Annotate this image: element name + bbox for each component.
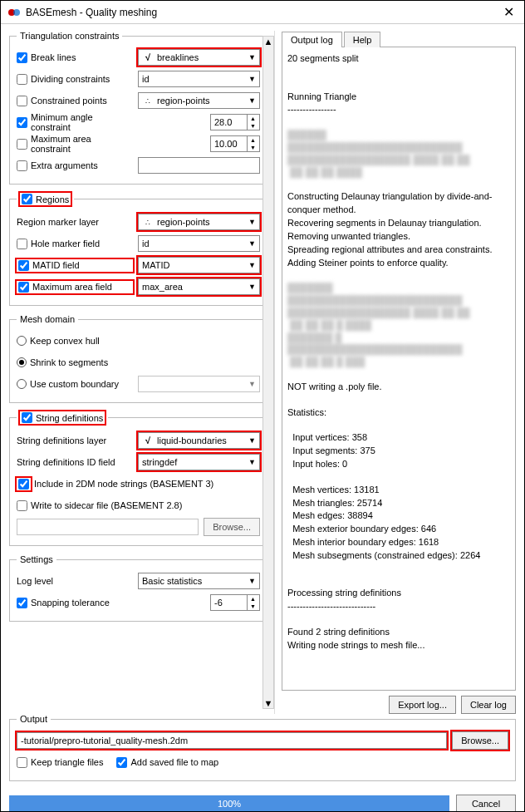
custom-boundary-combo: ▼ (138, 376, 260, 392)
tab-help[interactable]: Help (344, 32, 381, 47)
polyline-icon: √ (142, 436, 154, 445)
scroll-down-icon[interactable]: ▼ (264, 698, 273, 708)
min-angle-spin[interactable]: 28.0▲▼ (210, 114, 260, 130)
chevron-down-icon: ▼ (248, 75, 256, 83)
spin-buttons[interactable]: ▲▼ (247, 136, 258, 151)
spin-buttons[interactable]: ▲▼ (247, 595, 258, 610)
stringdef-id-label: String definitions ID field (17, 457, 133, 467)
scroll-up-icon[interactable]: ▲ (264, 37, 273, 47)
regions-check[interactable] (22, 194, 32, 204)
constrained-points-label: Constrained points (31, 96, 107, 106)
chevron-down-icon: ▼ (248, 261, 256, 269)
chevron-down-icon: ▼ (248, 53, 256, 62)
constrained-points-combo[interactable]: ∴region-points▼ (138, 92, 260, 109)
min-angle-label: Minimum angle constraint (31, 112, 133, 132)
redacted-text: ██████ ███████████████████████████ █████… (287, 129, 510, 178)
matid-check[interactable] (18, 260, 29, 271)
shrink-label: Shrink to segments (30, 357, 108, 367)
extra-args-label: Extra arguments (31, 160, 98, 170)
add-map-label: Add saved file to map (130, 757, 218, 767)
break-lines-combo[interactable]: √breaklines▼ (138, 49, 260, 66)
chevron-down-icon: ▼ (248, 458, 256, 466)
tab-output-log[interactable]: Output log (282, 32, 342, 47)
svg-point-1 (13, 9, 20, 16)
keep-hull-radio[interactable] (17, 336, 27, 346)
sidecar-check[interactable] (17, 500, 27, 511)
cancel-button[interactable]: Cancel (456, 795, 516, 812)
custom-boundary-radio[interactable] (17, 379, 27, 389)
regions-legend: Regions (36, 194, 69, 204)
mesh-domain-legend: Mesh domain (17, 314, 78, 324)
constrained-points-check[interactable] (17, 96, 27, 106)
hole-marker-label: Hole marker field (31, 239, 100, 249)
dividing-combo[interactable]: id▼ (138, 71, 260, 87)
chevron-down-icon: ▼ (248, 283, 256, 291)
stringdef-legend: String definitions (36, 413, 103, 423)
stringdef-layer-combo[interactable]: √liquid-boundaries▼ (138, 432, 260, 449)
log-tabs: Output log Help (282, 31, 516, 47)
chevron-down-icon: ▼ (248, 96, 256, 105)
chevron-down-icon: ▼ (248, 577, 256, 585)
keep-triangle-check[interactable] (17, 757, 27, 768)
polyline-icon: √ (142, 52, 154, 62)
log-level-combo[interactable]: Basic statistics▼ (138, 573, 260, 589)
stringdef-layer-label: String definitions layer (17, 436, 133, 445)
chevron-down-icon: ▼ (248, 436, 256, 445)
close-icon[interactable]: ✕ (500, 4, 518, 20)
settings-legend: Settings (17, 554, 56, 564)
maxarea-field-label: Maximum area field (32, 282, 112, 292)
stringdef-check[interactable] (22, 412, 32, 423)
triangulation-group: Triangulation constraints Break lines √b… (9, 31, 267, 185)
export-log-button[interactable]: Export log... (389, 696, 456, 714)
region-marker-label: Region marker layer (17, 217, 133, 227)
keep-triangle-label: Keep triangle files (31, 757, 103, 767)
output-log[interactable]: 20 segments split Running Triangle -----… (282, 47, 516, 691)
output-browse-button[interactable]: Browse... (452, 731, 508, 750)
spin-buttons[interactable]: ▲▼ (247, 115, 258, 130)
settings-group: Settings Log level Basic statistics▼ Sna… (9, 554, 267, 622)
points-icon: ∴ (142, 219, 154, 227)
progress-bar: 100% (9, 795, 449, 812)
chevron-down-icon: ▼ (248, 380, 256, 388)
clear-log-button[interactable]: Clear log (461, 696, 516, 714)
break-lines-label: Break lines (31, 52, 76, 62)
hole-marker-combo[interactable]: id▼ (138, 235, 260, 252)
stringdef-id-combo[interactable]: stringdef▼ (138, 454, 260, 470)
matid-combo[interactable]: MATID▼ (138, 257, 260, 273)
shrink-radio[interactable] (17, 357, 27, 367)
titlebar: BASEmesh - Quality meshing ✕ (1, 1, 524, 24)
max-area-check[interactable] (17, 139, 27, 150)
points-icon: ∴ (142, 97, 154, 106)
max-area-spin[interactable]: 10.00▲▼ (210, 135, 260, 152)
dividing-label: Dividing constraints (31, 74, 110, 84)
break-lines-check[interactable] (17, 52, 27, 63)
extra-args-input[interactable] (138, 157, 260, 174)
region-marker-combo[interactable]: ∴region-points▼ (138, 214, 260, 230)
chevron-down-icon: ▼ (248, 239, 256, 248)
output-path-input[interactable]: -tutorial/prepro-tutorial_quality-mesh.2… (17, 732, 447, 749)
dividing-check[interactable] (17, 74, 27, 85)
snapping-label: Snapping tolerance (31, 598, 110, 608)
mesh-domain-group: Mesh domain Keep convex hull Shrink to s… (9, 314, 267, 403)
min-angle-check[interactable] (17, 117, 27, 128)
custom-boundary-label: Use custom boundary (30, 379, 119, 389)
maxarea-field-combo[interactable]: max_area▼ (138, 278, 260, 295)
snapping-spin[interactable]: -6▲▼ (210, 594, 260, 611)
left-scrollbar[interactable]: ▲▼ (262, 36, 274, 709)
include-2dm-label: Include in 2DM node strings (BASEMENT 3) (34, 479, 213, 489)
matid-label: MATID field (32, 260, 80, 270)
include-2dm-check[interactable] (18, 479, 29, 490)
hole-marker-check[interactable] (17, 239, 27, 249)
redacted-text: ███████ ███████████████████████████ ████… (287, 282, 510, 368)
extra-args-check[interactable] (17, 160, 27, 171)
add-map-check[interactable] (116, 757, 127, 768)
sidecar-browse-button[interactable]: Browse... (204, 518, 260, 536)
chevron-down-icon: ▼ (248, 218, 256, 226)
maxarea-field-check[interactable] (18, 282, 29, 293)
app-icon (7, 6, 21, 19)
snapping-check[interactable] (17, 598, 27, 608)
stringdef-group: String definitions String definitions la… (9, 411, 267, 546)
regions-group: Regions Region marker layer ∴region-poin… (9, 193, 267, 306)
max-area-label: Maximum area constraint (31, 134, 133, 154)
triangulation-legend: Triangulation constraints (17, 31, 122, 41)
